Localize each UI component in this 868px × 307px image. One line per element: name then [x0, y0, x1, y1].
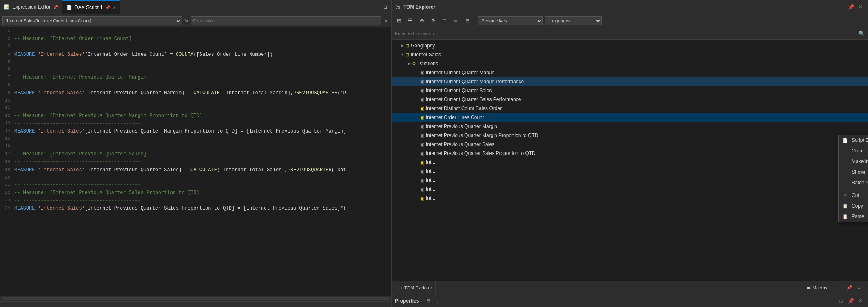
tree-item-r2[interactable]: ▣ Int...	[392, 167, 506, 176]
internet-sales-arrow[interactable]: ▼	[400, 53, 405, 57]
tom-close-btn[interactable]: ✕	[857, 3, 865, 11]
r2-label: Int...	[426, 168, 435, 174]
r3-label: Int...	[426, 177, 435, 183]
geography-arrow[interactable]: ▶	[400, 44, 405, 48]
code-line-23: 23 -- ----------------------------------…	[0, 197, 391, 205]
tree-item-r4[interactable]: ▣ Int...	[392, 185, 506, 194]
partitions-label: Partitions	[418, 61, 438, 66]
properties-sort-btn[interactable]: ⊟	[424, 297, 432, 305]
tree-item-iolc[interactable]: ▣ Internet Order Lines Count	[392, 113, 868, 122]
code-line-22: 22 -- Measure: [Internet Previous Quarte…	[0, 189, 391, 197]
formula-bar: 'Internet Sales'[Internet Order Lines Co…	[0, 14, 391, 27]
perspectives-dropdown[interactable]: Perspectives	[478, 16, 543, 25]
panel-collapse-btn[interactable]: ⊟	[379, 0, 391, 14]
measure-selector[interactable]: 'Internet Sales'[Internet Order Lines Co…	[2, 16, 182, 25]
tree-item-ipqspqtd[interactable]: ▣ Internet Previous Quarter Sales Propor…	[392, 149, 868, 158]
tree-item-r3[interactable]: ▣ Int...	[392, 176, 506, 185]
ipqspqtd-icon: ▣	[420, 151, 424, 156]
tree-item-icqm[interactable]: ▣ Internet Current Quarter Margin	[392, 68, 868, 77]
partitions-arrow[interactable]: ▶	[406, 62, 412, 66]
languages-dropdown[interactable]: Languages	[545, 16, 602, 25]
toolbar-hierarchy-btn[interactable]: ⊕	[417, 16, 427, 26]
tree-item-ipqm[interactable]: ▣ Internet Previous Quarter Margin	[392, 122, 868, 131]
ctx-script-dax[interactable]: 📄 Script DAX	[839, 135, 868, 146]
ctx-paste[interactable]: 📋 Paste Ctrl+V	[839, 211, 868, 222]
bottom-close-btn[interactable]: ✕	[855, 284, 863, 292]
iolc-icon: ▣	[420, 115, 424, 120]
scrollbar-track[interactable]	[2, 297, 390, 300]
props-minimize-btn[interactable]: □	[837, 297, 845, 305]
ctx-cut[interactable]: ✂ Cut Ctrl+X	[839, 190, 868, 201]
tree-item-idcso[interactable]: ▣ Internet Distinct Count Sales Order	[392, 104, 868, 113]
tree-item-r5[interactable]: ▣ Int...	[392, 194, 506, 203]
bottom-pin-btn[interactable]: 📌	[845, 284, 853, 292]
partitions-icon: ⚙	[412, 61, 416, 66]
tom-explorer-header: 🗂 TOM Explorer — 📌 ✕	[392, 0, 868, 14]
icqs-label: Internet Current Quarter Sales	[426, 88, 492, 93]
toolbar-measures-btn[interactable]: □	[440, 16, 450, 26]
search-input[interactable]	[395, 31, 856, 36]
toolbar-list-btn[interactable]: ☰	[405, 16, 415, 26]
code-line-4: 4 MEASURE 'Internet Sales'[Internet Orde…	[0, 51, 391, 59]
macros-bottom-tab[interactable]: ⏺ Macros	[803, 281, 830, 294]
r5-label: Int...	[426, 195, 435, 201]
tree-item-partitions[interactable]: ▶ ⚙ Partitions	[392, 59, 868, 68]
tree-view[interactable]: ▶ ⊞ Geography ▼ ⊞ Internet Sales ▶ ⚙ Par…	[392, 40, 868, 281]
r4-label: Int...	[426, 186, 435, 192]
tom-minimize-btn[interactable]: —	[837, 3, 845, 11]
tab-bar: 📝 Expression Editor 📌 📄 DAX Script 1 📌 ✕…	[0, 0, 391, 14]
properties-title: Properties	[395, 298, 419, 304]
tom-header-buttons: — 📌 ✕	[837, 3, 865, 11]
formula-bar-expand[interactable]: ▼	[384, 18, 389, 24]
properties-icons: ⊟ ↓	[424, 297, 442, 305]
paste-icon: 📋	[842, 214, 848, 219]
code-line-20: 20	[0, 174, 391, 181]
tree-item-ipqmpqtd[interactable]: ▣ Internet Previous Quarter Margin Propo…	[392, 131, 868, 140]
code-line-7: 7 -- Measure: [Internet Previous Quarter…	[0, 74, 391, 82]
icqm-icon: ▣	[420, 70, 424, 75]
bottom-minimize-btn[interactable]: □	[835, 284, 844, 292]
tom-explorer-bottom-tab[interactable]: 🗂 TOM Explorer	[395, 281, 436, 294]
tab-dax-script[interactable]: 📄 DAX Script 1 📌 ✕	[62, 0, 120, 14]
tree-item-ipqs[interactable]: ▣ Internet Previous Quarter Sales	[392, 140, 868, 149]
props-close-btn[interactable]: ✕	[857, 297, 865, 305]
tree-item-internet-sales[interactable]: ▼ ⊞ Internet Sales	[392, 50, 868, 59]
code-line-21: 21 -- ----------------------------------…	[0, 181, 391, 189]
tab-expression-editor[interactable]: 📝 Expression Editor 📌	[0, 0, 62, 14]
props-pin-btn[interactable]: 📌	[847, 297, 855, 305]
code-line-5: 5	[0, 59, 391, 66]
dax-script-pin[interactable]: 📌	[105, 5, 110, 10]
code-line-17: 17 -- Measure: [Internet Previous Quarte…	[0, 150, 391, 158]
ctx-make-invisible[interactable]: Make invisible Ctrl+I	[839, 156, 868, 167]
ctx-create[interactable]: Create ▶	[839, 146, 868, 156]
tom-pin-btn[interactable]: 📌	[847, 3, 855, 11]
script-dax-icon: 📄	[842, 138, 848, 143]
code-editor[interactable]: 1 -- -----------------------------------…	[0, 27, 391, 296]
expression-input[interactable]	[191, 16, 381, 25]
tree-item-icqmp[interactable]: ▣ Internet Current Quarter Margin Perfor…	[392, 77, 868, 86]
ctx-batch-rename[interactable]: Batch rename... F2	[839, 177, 868, 188]
toolbar-columns-btn[interactable]: ⊟	[463, 16, 472, 26]
tree-item-r1[interactable]: ▣ Int...	[392, 158, 506, 167]
left-panel: 📝 Expression Editor 📌 📄 DAX Script 1 📌 ✕…	[0, 0, 392, 307]
expression-editor-pin[interactable]: 📌	[53, 5, 58, 9]
code-line-6: 6 -- -----------------------------------…	[0, 66, 391, 73]
tree-item-geography[interactable]: ▶ ⊞ Geography	[392, 41, 868, 50]
r3-icon: ▣	[420, 178, 424, 183]
ctx-shown-in-perspectives[interactable]: Shown in perspectives ▶	[839, 167, 868, 177]
icqs-icon: ▣	[420, 88, 424, 93]
tom-toolbar: ⊞ ☰ ⊕ ⚙ □ ✏ ⊟ Perspectives Languages	[392, 14, 868, 27]
horizontal-scrollbar[interactable]	[0, 296, 391, 301]
toolbar-roles-btn[interactable]: ⚙	[428, 16, 438, 26]
tree-item-icqsp[interactable]: ▣ Internet Current Quarter Sales Perform…	[392, 95, 868, 104]
toolbar-grid-btn[interactable]: ⊞	[394, 16, 404, 26]
expression-editor-label: Expression Editor	[12, 4, 51, 10]
copy-label: Copy	[852, 203, 868, 209]
tree-item-icqs[interactable]: ▣ Internet Current Quarter Sales	[392, 86, 868, 95]
toolbar-edit-btn[interactable]: ✏	[451, 16, 461, 26]
macros-label: Macros	[813, 285, 827, 290]
properties-filter-btn[interactable]: ↓	[434, 297, 442, 305]
dax-script-close[interactable]: ✕	[113, 5, 116, 10]
code-line-8: 8 -- -----------------------------------…	[0, 82, 391, 89]
ctx-copy[interactable]: 📋 Copy Ctrl+C	[839, 201, 868, 211]
